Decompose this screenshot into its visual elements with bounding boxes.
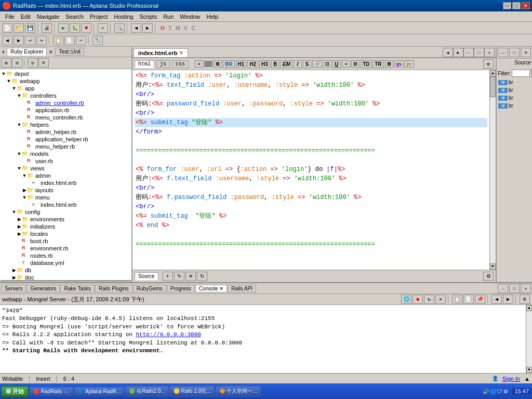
console-globe[interactable]: 🌐: [401, 295, 411, 304]
fmt-tr[interactable]: TR: [373, 60, 383, 68]
menu-project[interactable]: Project: [87, 12, 111, 21]
rp-maximize[interactable]: □: [509, 48, 520, 57]
tb-check[interactable]: ✔: [98, 23, 108, 33]
fmt-bold[interactable]: B: [271, 60, 280, 68]
menu-search[interactable]: Search: [62, 12, 87, 21]
menu-window[interactable]: Window: [177, 12, 203, 21]
menu-hosting[interactable]: Hosting: [111, 12, 136, 21]
fmt-td[interactable]: TD: [361, 60, 371, 68]
tree-environment-rb[interactable]: R environment.rb: [1, 245, 130, 252]
tb-print[interactable]: 🖨: [42, 23, 52, 33]
tree-menu-folder[interactable]: ▼ 📁 menu: [1, 194, 130, 201]
tree-locales[interactable]: ▶ 📁 locales: [1, 230, 130, 237]
cs-track[interactable]: [526, 311, 532, 367]
fmt-em[interactable]: EM: [281, 60, 292, 68]
tree-admin-folder[interactable]: ▼ 📁 admin: [1, 172, 130, 179]
console-refresh[interactable]: ↻: [424, 295, 434, 304]
htmvc-c[interactable]: C: [190, 24, 197, 32]
fmt-th[interactable]: ⊞: [385, 60, 393, 68]
scroll-track[interactable]: [490, 76, 496, 263]
tree-helpers[interactable]: ▼ 📁 helpers: [1, 121, 130, 128]
tb-search[interactable]: 🔍: [114, 23, 125, 33]
console-stop-red[interactable]: ■: [413, 295, 423, 304]
menu-navigate[interactable]: Navigate: [34, 12, 62, 21]
tree-environments[interactable]: ▶ 📁 environments: [1, 216, 130, 223]
editor-nav-right[interactable]: ▶: [453, 48, 463, 57]
tb-run[interactable]: ▶: [58, 23, 69, 33]
fmt-img[interactable]: ⊡: [323, 60, 331, 68]
tb-open[interactable]: 📂: [14, 23, 24, 33]
rp-close[interactable]: ✕: [521, 48, 531, 57]
fmt-u[interactable]: U: [332, 60, 341, 68]
tab-generators[interactable]: Generators: [26, 285, 60, 292]
fmt-h2[interactable]: H2: [247, 60, 258, 68]
tb-new[interactable]: 📄: [2, 23, 12, 33]
tab-console[interactable]: Console ✕: [195, 285, 227, 292]
taskbar-item-3[interactable]: 🟢 在Rails2.0...: [125, 386, 168, 396]
console-link[interactable]: http://0.0.0.0:3000: [136, 331, 201, 338]
test-unit-tab[interactable]: Test::Unit: [55, 48, 84, 56]
fmt-h1[interactable]: H1: [236, 60, 247, 68]
fmt-list-ol[interactable]: ≡: [342, 60, 350, 68]
fmt-h3[interactable]: H3: [259, 60, 270, 68]
tb2-1[interactable]: ◀: [2, 36, 12, 45]
add-btn[interactable]: +: [163, 272, 173, 281]
tree-menu-helper[interactable]: R menu_helper.rb: [1, 143, 130, 150]
menu-edit[interactable]: Edit: [18, 12, 34, 21]
taskbar-item-4[interactable]: 🟡 Rails 2.0完...: [170, 386, 215, 396]
tb2-5[interactable]: 📋: [53, 36, 63, 45]
editor-scrollbar[interactable]: ▲ ▼: [489, 70, 496, 270]
sub-tab-js[interactable]: js: [156, 60, 170, 68]
console-settings[interactable]: ⚙: [520, 295, 530, 304]
tree-index-html-erb2[interactable]: e index.html.erb: [1, 201, 130, 208]
exp-collapse[interactable]: ⊞: [1, 58, 11, 68]
menu-run[interactable]: Run: [160, 12, 177, 21]
tb2-3[interactable]: ↩: [25, 36, 35, 45]
tb2-2[interactable]: ▶: [14, 36, 24, 45]
taskbar-item-1[interactable]: 🔴 RadRails -...: [30, 387, 73, 396]
scroll-up-arrow[interactable]: ▲: [490, 70, 496, 76]
tab-servers[interactable]: Servers: [1, 285, 26, 292]
tab-rails-plugins[interactable]: Rails Plugins: [95, 285, 132, 292]
rp-minimize[interactable]: —: [498, 48, 508, 57]
fmt-js[interactable]: js·: [405, 60, 414, 68]
fmt-box[interactable]: [204, 61, 212, 67]
fmt-h[interactable]: ⊞: [214, 60, 222, 68]
console-nav-right[interactable]: ▶: [503, 295, 513, 304]
tree-app-helper[interactable]: R application_helper.rb: [1, 136, 130, 143]
tree-config[interactable]: ▼ 📁 config: [1, 208, 130, 216]
editor-close2[interactable]: ✕: [484, 48, 495, 57]
fmt-s[interactable]: S: [303, 60, 311, 68]
tb2-8[interactable]: 🔧: [92, 36, 103, 45]
maximize-button[interactable]: □: [512, 2, 521, 9]
bp-maximize[interactable]: □: [509, 284, 520, 293]
fmt-link[interactable]: 🔗: [312, 60, 322, 68]
cs-down[interactable]: ▼: [526, 367, 532, 373]
tree-app[interactable]: ▼ 📁 app: [1, 85, 130, 92]
start-button[interactable]: ⊞ 开始: [1, 386, 29, 397]
tree-menu-ctrl[interactable]: R menu_controller.rb: [1, 114, 130, 121]
fmt-italic[interactable]: I: [294, 60, 302, 68]
tree-initializers[interactable]: ▶ 📁 initializers: [1, 223, 130, 230]
menu-help[interactable]: Help: [203, 12, 221, 21]
ruby-explorer-tab[interactable]: Ruby Explorer: [7, 48, 47, 56]
filter-input[interactable]: [512, 70, 530, 77]
tb2-4[interactable]: ↪: [36, 36, 47, 45]
fmt-br[interactable]: BR: [223, 60, 234, 68]
scroll-down-arrow[interactable]: ▼: [490, 263, 496, 270]
tb-stop[interactable]: ■: [81, 23, 91, 33]
htmvc-h[interactable]: H: [159, 24, 166, 32]
tree-doc[interactable]: ▶ 📁 doc: [1, 274, 130, 280]
tree-webapp[interactable]: ▼ 📁 webapp: [1, 77, 130, 85]
taskbar-item-2[interactable]: 🔵 Aptana RadR...: [74, 387, 125, 396]
tab-index-html-erb[interactable]: index.html.erb ✕: [134, 48, 188, 57]
editor-minimize[interactable]: —: [463, 48, 474, 57]
tree-user-rb[interactable]: R user.rb: [1, 157, 130, 165]
tree-index-html-erb1[interactable]: e index.html.erb: [1, 179, 130, 187]
explorer-close[interactable]: ✕: [49, 49, 53, 55]
edit-btn[interactable]: ✎: [174, 272, 184, 281]
tab-rubygems[interactable]: RubyGems: [133, 285, 166, 292]
htmvc-m[interactable]: M: [174, 24, 182, 32]
fmt-unknown[interactable]: ≡: [195, 60, 203, 68]
console-scrollbar[interactable]: ▲ ▼: [526, 305, 532, 373]
